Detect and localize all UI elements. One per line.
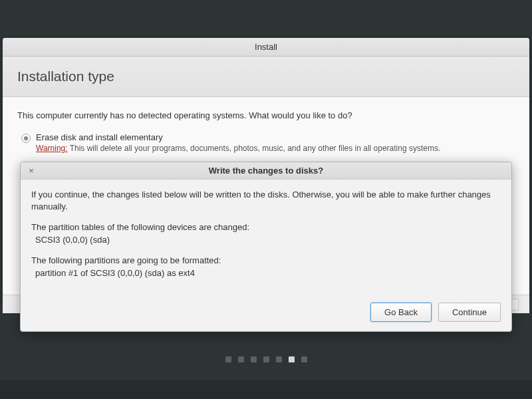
dot-active [289, 356, 295, 362]
dialog-body: If you continue, the changes listed belo… [21, 180, 511, 295]
page-indicator [0, 356, 532, 362]
continue-button[interactable]: Continue [438, 303, 501, 322]
page-heading: Installation type [17, 68, 515, 84]
dialog-buttons: Go Back Continue [21, 295, 511, 331]
dialog-header: × Write the changes to disks? [21, 162, 511, 180]
dot [225, 356, 231, 362]
dialog-line1: If you continue, the changes listed belo… [31, 189, 501, 212]
intro-text: This computer currently has no detected … [17, 110, 515, 120]
bottom-panel [0, 380, 532, 399]
warning-text: This will delete all your programs, docu… [68, 144, 441, 153]
close-icon[interactable]: × [26, 166, 37, 176]
warning-prefix: Warning: [36, 144, 68, 153]
option-warning: Warning: This will delete all your progr… [36, 144, 515, 153]
option-erase-disk[interactable]: Erase disk and install elementary Warnin… [36, 132, 515, 153]
dot [251, 356, 257, 362]
confirm-dialog: × Write the changes to disks? If you con… [20, 162, 512, 332]
dot [238, 356, 244, 362]
dialog-line2: The partition tables of the following de… [31, 221, 501, 233]
dialog-devices: SCSI3 (0,0,0) (sda) [35, 234, 501, 246]
dialog-partitions: partition #1 of SCSI3 (0,0,0) (sda) as e… [35, 267, 501, 279]
dot [276, 356, 282, 362]
dot [301, 356, 307, 362]
go-back-button[interactable]: Go Back [370, 303, 432, 322]
dialog-line3: The following partitions are going to be… [31, 255, 501, 267]
window-title: Install [255, 42, 277, 52]
radio-icon[interactable] [21, 134, 31, 143]
window-titlebar: Install [3, 38, 529, 57]
page-header: Installation type [3, 57, 529, 97]
dot [263, 356, 269, 362]
dialog-title: Write the changes to disks? [209, 166, 323, 176]
option-label: Erase disk and install elementary [36, 132, 515, 142]
